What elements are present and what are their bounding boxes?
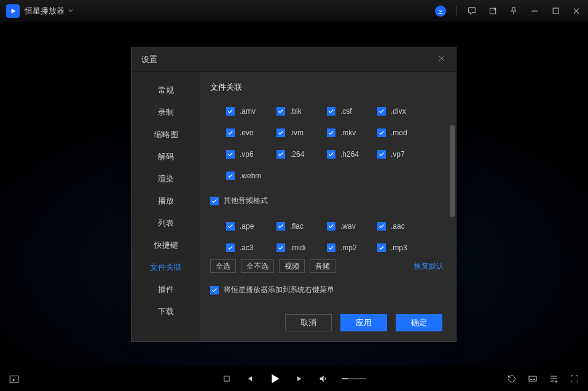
separator — [456, 6, 457, 16]
scrollbar-track[interactable] — [450, 100, 455, 256]
checkbox-bik[interactable]: .bik — [276, 100, 327, 122]
check-icon — [377, 150, 386, 159]
file-assoc-scroll: .amv.bik.csf.divx .evo.ivm.mkv.mod .vp6.… — [210, 100, 456, 256]
checkbox-csf[interactable]: .csf — [327, 100, 377, 122]
fullscreen-icon[interactable] — [570, 374, 579, 384]
sidebar-item-render[interactable]: 渲染 — [131, 168, 200, 190]
sidebar-item-list[interactable]: 列表 — [131, 212, 200, 234]
checkbox-audio-group[interactable]: 其他音频格式 — [210, 190, 447, 211]
checkbox-add-context-menu[interactable]: 将恒星播放器添加到系统右键菜单 — [210, 279, 334, 301]
checkbox-label: .bik — [290, 107, 302, 116]
play-icon[interactable] — [268, 372, 281, 385]
checkbox-label: 将恒星播放器添加到系统右键菜单 — [224, 285, 334, 295]
checkbox-flac[interactable]: .flac — [276, 215, 327, 237]
sidebar-item-thumbnail[interactable]: 缩略图 — [131, 124, 200, 146]
settings-dialog: 设置 常规 录制 缩略图 解码 渲染 播放 列表 快捷键 文件关联 插件 下载 … — [131, 47, 457, 342]
checkbox-webm[interactable]: .webm — [226, 165, 276, 186]
minimize-icon[interactable] — [529, 6, 540, 17]
checkbox-ivm[interactable]: .ivm — [276, 122, 327, 143]
dialog-title: 设置 — [141, 54, 157, 65]
checkbox-label: .divx — [391, 107, 406, 116]
checkbox-mp3[interactable]: .mp3 — [377, 237, 428, 256]
svg-rect-0 — [553, 8, 559, 14]
check-icon — [226, 172, 235, 180]
checkbox-divx[interactable]: .divx — [377, 100, 428, 122]
checkbox-label: .h264 — [340, 150, 359, 159]
checkbox-label: .csf — [340, 107, 352, 116]
checkbox-label: .evo — [240, 128, 254, 137]
title-bar: 恒星播放器 — [0, 0, 588, 22]
settings-sidebar: 常规 录制 缩略图 解码 渲染 播放 列表 快捷键 文件关联 插件 下载 — [131, 72, 200, 341]
maximize-icon[interactable] — [550, 6, 561, 17]
check-icon — [327, 222, 335, 231]
playlist-icon[interactable] — [549, 374, 559, 384]
check-icon — [276, 107, 285, 116]
app-logo-icon — [6, 4, 20, 18]
checkbox-ape[interactable]: .ape — [226, 215, 276, 237]
scrollbar-thumb[interactable] — [450, 125, 455, 217]
subtitle-icon[interactable] — [528, 374, 538, 384]
ok-button[interactable]: 确定 — [396, 314, 442, 331]
checkbox-wav[interactable]: .wav — [327, 215, 377, 237]
checkbox-label: .midi — [290, 243, 305, 252]
checkbox-vp6[interactable]: .vp6 — [226, 143, 276, 165]
check-icon — [327, 107, 335, 116]
sidebar-item-hotkeys[interactable]: 快捷键 — [131, 234, 200, 256]
dialog-close-icon[interactable] — [437, 54, 446, 65]
prev-icon[interactable] — [245, 374, 254, 384]
stop-icon[interactable] — [222, 374, 231, 383]
close-icon[interactable] — [571, 6, 582, 17]
pop-out-icon[interactable] — [487, 6, 498, 17]
select-audio-button[interactable]: 音频 — [310, 259, 335, 273]
check-icon — [276, 243, 285, 252]
svg-rect-2 — [224, 376, 229, 381]
section-title: 文件关联 — [210, 82, 456, 93]
checkbox-label: .264 — [290, 150, 304, 159]
checkbox-mkv[interactable]: .mkv — [327, 122, 377, 143]
checkbox-vp7[interactable]: .vp7 — [377, 143, 428, 165]
feedback-icon[interactable] — [466, 6, 477, 17]
svg-rect-3 — [529, 376, 536, 381]
volume-slider[interactable] — [342, 378, 366, 379]
check-icon — [327, 243, 335, 252]
volume-icon[interactable] — [318, 374, 328, 384]
checkbox-label: .webm — [240, 172, 261, 180]
sidebar-item-record[interactable]: 录制 — [131, 101, 200, 124]
pin-icon[interactable] — [508, 6, 519, 17]
checkbox-evo[interactable]: .evo — [226, 122, 276, 143]
svg-rect-1 — [10, 376, 18, 383]
dialog-header: 设置 — [131, 47, 456, 72]
download-manager-icon[interactable] — [435, 6, 446, 17]
checkbox-label: .aac — [391, 222, 405, 231]
app-menu-caret-icon[interactable] — [68, 7, 73, 14]
checkbox-amv[interactable]: .amv — [226, 100, 276, 122]
apply-button[interactable]: 应用 — [340, 314, 387, 331]
select-all-button[interactable]: 全选 — [210, 259, 236, 273]
sidebar-item-file-assoc[interactable]: 文件关联 — [131, 256, 200, 278]
checkbox-mp2[interactable]: .mp2 — [327, 237, 377, 256]
checkbox-ac3[interactable]: .ac3 — [226, 237, 276, 256]
sidebar-item-plugins[interactable]: 插件 — [131, 278, 200, 301]
check-icon — [377, 222, 386, 231]
select-video-button[interactable]: 视频 — [279, 259, 305, 273]
checkbox-mod[interactable]: .mod — [377, 122, 428, 143]
restore-default-link[interactable]: 恢复默认 — [414, 261, 444, 272]
sidebar-item-decode[interactable]: 解码 — [131, 146, 200, 168]
checkbox-label: .ape — [240, 222, 254, 231]
sidebar-item-download[interactable]: 下载 — [131, 301, 200, 323]
checkbox-aac[interactable]: .aac — [377, 215, 428, 237]
checkbox-midi[interactable]: .midi — [276, 237, 327, 256]
rotate-icon[interactable] — [507, 374, 517, 384]
checkbox-label: .mp3 — [391, 243, 407, 252]
next-icon[interactable] — [295, 374, 305, 384]
cancel-button[interactable]: 取消 — [285, 314, 332, 331]
checkbox-label: .vp6 — [240, 150, 254, 159]
select-none-button[interactable]: 全不选 — [241, 259, 274, 273]
open-file-icon[interactable] — [9, 373, 20, 384]
sidebar-item-general[interactable]: 常规 — [131, 79, 200, 101]
checkbox-label: .vp7 — [391, 150, 405, 159]
checkbox-264[interactable]: .264 — [276, 143, 327, 165]
sidebar-item-playback[interactable]: 播放 — [131, 190, 200, 212]
checkbox-h264[interactable]: .h264 — [327, 143, 377, 165]
checkbox-label: .mod — [391, 128, 407, 137]
